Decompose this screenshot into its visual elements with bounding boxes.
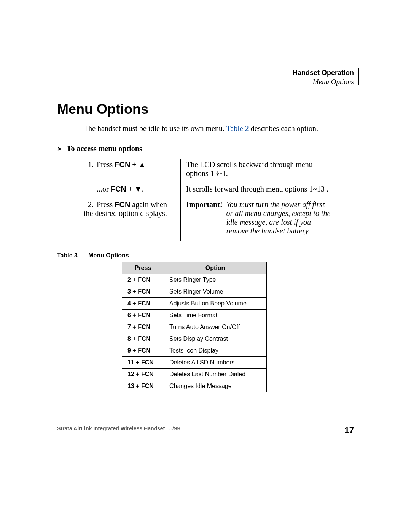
footer-page-number: 17 (345, 425, 354, 435)
option-cell: Turns Auto Answer On/Off (164, 321, 267, 333)
option-cell: Tests Icon Display (164, 345, 267, 357)
intro-text-post: describes each option. (249, 124, 318, 133)
footer-doc-name: Strata AirLink Integrated Wireless Hands… (57, 425, 165, 431)
fcn-key: FCN (115, 160, 130, 169)
option-cell: Sets Ringer Volume (164, 286, 267, 298)
important-label: Important! (186, 200, 223, 235)
divider (84, 155, 335, 155)
table2-link[interactable]: Table 2 (226, 124, 249, 133)
page-header: Handset Operation Menu Options (57, 69, 354, 86)
step-result: The LCD scrolls backward through menu op… (181, 159, 335, 183)
table-row: 9 + FCNTests Icon Display (122, 345, 267, 357)
footer-divider (57, 422, 354, 422)
table-row: 2 + FCNSets Ringer Type (122, 274, 267, 286)
press-cell: 9 + FCN (122, 345, 164, 357)
header-bar-icon (358, 68, 359, 85)
step-text: Press (97, 200, 115, 209)
press-cell: 8 + FCN (122, 333, 164, 345)
fcn-key: FCN (115, 200, 130, 209)
table-row: 12 + FCNDeletes Last Number Dialed (122, 369, 267, 380)
step-text: + ▲ (130, 160, 146, 169)
page-footer: Strata AirLink Integrated Wireless Hands… (57, 422, 354, 435)
press-cell: 13 + FCN (122, 380, 164, 392)
table-row: 7 + FCNTurns Auto Answer On/Off (122, 321, 267, 333)
footer-date: 5/99 (169, 425, 180, 431)
header-chapter: Handset Operation (57, 69, 354, 77)
step-row-1: 1.Press FCN + ▲ The LCD scrolls backward… (84, 159, 335, 183)
press-cell: 4 + FCN (122, 298, 164, 310)
press-cell: 12 + FCN (122, 369, 164, 380)
step-text: Press (97, 160, 115, 169)
table-title: Menu Options (88, 252, 129, 259)
table-row: 3 + FCNSets Ringer Volume (122, 286, 267, 298)
step-row-2: 2.Press FCN again when the desired optio… (84, 199, 335, 241)
option-cell: Changes Idle Message (164, 380, 267, 392)
arrow-right-icon: ➤ (57, 145, 62, 152)
table-row: 11 + FCNDeletes All SD Numbers (122, 357, 267, 369)
table-row: 13 + FCNChanges Idle Message (122, 380, 267, 392)
press-cell: 6 + FCN (122, 310, 164, 321)
table-row: 6 + FCNSets Time Format (122, 310, 267, 321)
press-cell: 2 + FCN (122, 274, 164, 286)
press-cell: 3 + FCN (122, 286, 164, 298)
intro-text-pre: The handset must be idle to use its own … (84, 124, 226, 133)
press-cell: 7 + FCN (122, 321, 164, 333)
intro-paragraph: The handset must be idle to use its own … (84, 123, 354, 134)
option-cell: Sets Display Contrast (164, 333, 267, 345)
table-number: Table 3 (57, 252, 78, 259)
table-row: 8 + FCNSets Display Contrast (122, 333, 267, 345)
subheading-row: ➤ To access menu options (57, 144, 354, 153)
col-header-press: Press (122, 262, 164, 274)
table-row: 4 + FCNAdjusts Button Beep Volume (122, 298, 267, 310)
option-cell: Sets Ringer Type (164, 274, 267, 286)
step-result: It scrolls forward through menu options … (181, 183, 335, 199)
press-cell: 11 + FCN (122, 357, 164, 369)
menu-options-table: Press Option 2 + FCNSets Ringer Type3 + … (122, 262, 267, 392)
header-section: Menu Options (57, 77, 354, 86)
option-cell: Adjusts Button Beep Volume (164, 298, 267, 310)
step-text: ...or (97, 185, 111, 193)
col-header-option: Option (164, 262, 267, 274)
fcn-key: FCN (111, 185, 126, 193)
option-cell: Deletes All SD Numbers (164, 357, 267, 369)
section-title: Menu Options (57, 101, 354, 117)
option-cell: Sets Time Format (164, 310, 267, 321)
step-text: + ▼. (126, 185, 144, 193)
option-cell: Deletes Last Number Dialed (164, 369, 267, 380)
table-caption: Table 3Menu Options (57, 252, 354, 259)
step-number: 1. (84, 160, 94, 169)
steps-table: 1.Press FCN + ▲ The LCD scrolls backward… (84, 159, 335, 241)
subheading: To access menu options (67, 144, 142, 153)
step-number: 2. (84, 200, 94, 209)
step-row-1b: ...or FCN + ▼. It scrolls forward throug… (84, 183, 335, 199)
important-text: You must turn the power off first or all… (226, 200, 332, 235)
